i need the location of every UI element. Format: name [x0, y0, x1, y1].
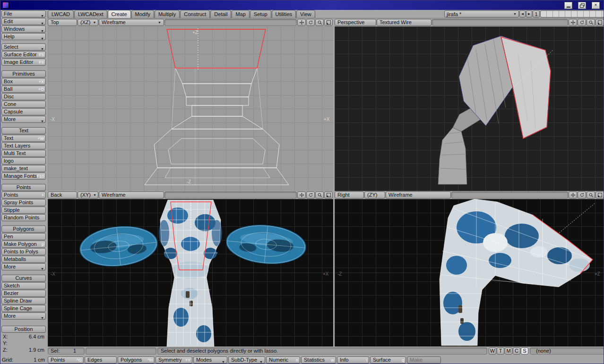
tab-multiply[interactable]: Multiply [155, 10, 180, 18]
pan-viewport-button[interactable] [297, 19, 306, 26]
render-mode-dropdown[interactable]: Wireframe [99, 191, 164, 199]
menu-help[interactable]: Help▼ [1, 33, 46, 40]
top-viewport[interactable]: +Z -Z -X +X [48, 26, 333, 191]
titlebar[interactable]: × [0, 0, 604, 10]
tool-random-points[interactable]: Random Points [1, 214, 46, 221]
zoom-viewport-button[interactable] [315, 19, 324, 26]
tool-multi-text[interactable]: Multi Text [1, 150, 46, 157]
minimize-button[interactable] [564, 2, 572, 9]
close-button[interactable]: × [592, 2, 600, 9]
view-type-dropdown[interactable]: Back [48, 191, 77, 199]
subd-type-menu-button[interactable]: SubD-Type▼ [228, 356, 265, 364]
view-type-dropdown[interactable]: Perspective [335, 19, 376, 26]
image-editor-button[interactable]: Image EditorF6 [1, 59, 46, 66]
tool-spline-cage[interactable]: Spline Cage [1, 305, 46, 312]
statistics-button[interactable]: Statisticsw [301, 356, 336, 364]
next-object-button[interactable]: ► [526, 10, 532, 17]
menu-file[interactable]: File▼ [1, 10, 46, 17]
vmap-texture-button[interactable]: T [497, 347, 504, 355]
pan-viewport-button[interactable] [569, 191, 577, 199]
view-type-dropdown[interactable]: Right [335, 191, 364, 199]
axis-dropdown[interactable]: (XZ)▼ [78, 19, 98, 26]
tool-manage-fonts[interactable]: Manage FontsF10 [1, 173, 46, 180]
tab-create[interactable]: Create [108, 10, 131, 18]
rotate-viewport-button[interactable] [306, 19, 315, 26]
tool-metaballs[interactable]: Metaballs [1, 256, 46, 263]
tab-lwcadext[interactable]: LWCADext [74, 10, 107, 18]
menu-edit[interactable]: Edit▼ [1, 18, 46, 25]
modes-menu-button[interactable]: Modes▼ [193, 356, 227, 364]
tab-construct[interactable]: Construct [180, 10, 210, 18]
tab-detail[interactable]: Detail [210, 10, 231, 18]
primitives-more-menu[interactable]: More▼ [1, 116, 46, 123]
object-selector[interactable]: jirafa * ▼ [444, 10, 519, 17]
rotate-viewport-button[interactable] [578, 19, 586, 26]
tool-ball[interactable]: Ball+O [1, 86, 46, 93]
tool-points-to-polys[interactable]: Points to Polys [1, 248, 46, 255]
tool-cone[interactable]: Cone [1, 101, 46, 108]
tool-make-text[interactable]: make_text [1, 165, 46, 172]
surface-editor-button[interactable]: Surface EditorF5 [1, 51, 46, 58]
curves-more-menu[interactable]: More▼ [1, 312, 46, 320]
tool-disc[interactable]: Disc [1, 93, 46, 100]
tool-sketch[interactable]: Sketch [1, 282, 46, 289]
mode-points-button[interactable]: Points^G [48, 356, 84, 364]
vmap-color-button[interactable]: C [513, 347, 520, 355]
info-button[interactable]: Infoi [337, 356, 369, 364]
pan-viewport-button[interactable] [297, 191, 306, 199]
back-viewport[interactable]: +Y -Y -X +X [48, 199, 333, 347]
vmap-selection-button[interactable]: S [521, 347, 528, 355]
tool-text[interactable]: Text+W [1, 135, 46, 142]
tab-map[interactable]: Map [232, 10, 249, 18]
rotate-viewport-button[interactable] [578, 191, 586, 199]
tool-pen[interactable]: Pen [1, 233, 46, 240]
tab-setup[interactable]: Setup [250, 10, 271, 18]
axis-dropdown[interactable]: (ZY) [364, 191, 385, 199]
tool-bezier[interactable]: Bezier [1, 290, 46, 297]
perspective-viewport[interactable] [335, 26, 604, 191]
right-viewport[interactable]: +Y -Y -Z +Z [335, 199, 604, 347]
render-mode-dropdown[interactable]: Wireframe [386, 191, 451, 199]
surface-button[interactable]: Surfaceq [370, 356, 406, 364]
tool-logo[interactable]: logo [1, 157, 46, 165]
vmap-weight-button[interactable]: W [489, 347, 496, 355]
maximize-viewport-button[interactable] [595, 19, 604, 26]
menu-windows[interactable]: Windows▼ [1, 26, 46, 33]
polygons-more-menu[interactable]: More▼ [1, 263, 46, 270]
prev-object-button[interactable]: ◄ [519, 10, 526, 17]
render-mode-dropdown[interactable]: Wireframe▼ [99, 19, 164, 26]
symmetry-button[interactable]: Symmetry+Y [155, 356, 192, 364]
vmap-morph-button[interactable]: M [505, 347, 512, 355]
view-type-dropdown[interactable]: Top [48, 19, 77, 26]
render-mode-dropdown[interactable]: Textured Wire [377, 19, 431, 26]
zoom-viewport-button[interactable] [315, 191, 324, 199]
mode-polygons-button[interactable]: Polygons^H [118, 356, 155, 364]
tool-capsule[interactable]: Capsule [1, 108, 46, 115]
tool-make-polygon[interactable]: Make Polygonp [1, 241, 46, 248]
numeric-button[interactable]: Numericn [266, 356, 300, 364]
rotate-viewport-button[interactable] [306, 191, 315, 199]
restore-button[interactable] [578, 2, 586, 9]
axis-dropdown[interactable]: (XY)▼ [78, 191, 98, 199]
tab-modify[interactable]: Modify [131, 10, 154, 18]
tab-view[interactable]: View [296, 10, 315, 18]
mode-edges-button[interactable]: Edges [85, 356, 117, 364]
tool-points[interactable]: Points+ [1, 191, 46, 199]
maximize-viewport-button[interactable] [595, 191, 604, 199]
label: Grid: [2, 357, 13, 363]
maximize-viewport-button[interactable] [324, 191, 333, 199]
tab-utilities[interactable]: Utilities [272, 10, 296, 18]
maximize-viewport-button[interactable] [324, 19, 333, 26]
tool-stipple[interactable]: Stipple [1, 207, 46, 214]
tool-spline-draw[interactable]: Spline Draw [1, 297, 46, 304]
zoom-viewport-button[interactable] [587, 19, 595, 26]
layer-bank[interactable] [540, 10, 604, 17]
vmap-selector[interactable]: (none) [530, 347, 604, 355]
pan-viewport-button[interactable] [569, 19, 577, 26]
tool-box[interactable]: Box+X [1, 78, 46, 85]
tool-spray-points[interactable]: Spray Points [1, 199, 46, 206]
select-menu-button[interactable]: Select▼ [1, 43, 46, 51]
tool-text-layers[interactable]: Text Layers [1, 142, 46, 149]
tab-lwcad[interactable]: LWCAD [48, 10, 74, 18]
zoom-viewport-button[interactable] [587, 191, 595, 199]
